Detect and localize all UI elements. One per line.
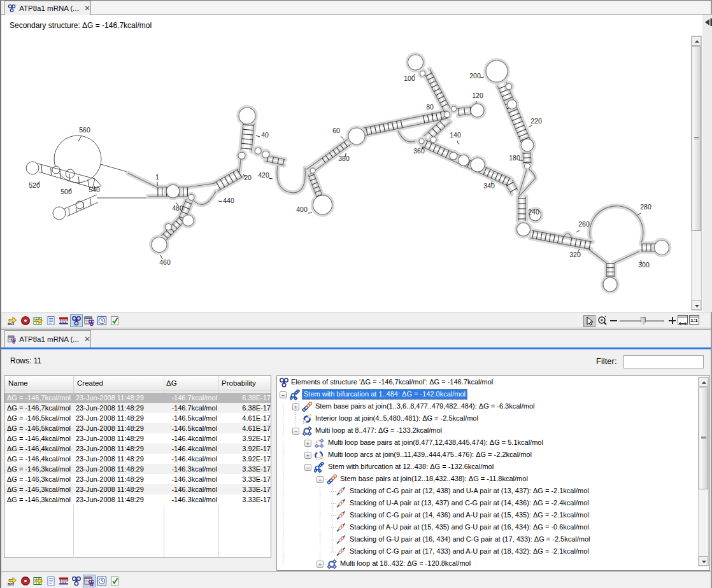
svg-text:260: 260	[578, 220, 590, 228]
svg-text:480: 480	[172, 204, 183, 212]
svg-text:220: 220	[530, 117, 542, 125]
svg-text:320: 320	[569, 251, 581, 258]
svg-text:180: 180	[509, 154, 520, 162]
svg-text:300: 300	[638, 261, 650, 269]
svg-text:460: 460	[159, 258, 171, 266]
svg-text:360: 360	[413, 147, 425, 155]
svg-text:240: 240	[528, 208, 539, 216]
svg-text:200: 200	[469, 72, 481, 80]
svg-text:280: 280	[640, 203, 651, 211]
svg-text:420: 420	[258, 171, 269, 179]
svg-text:340: 340	[483, 182, 495, 190]
svg-text:500: 500	[61, 188, 72, 195]
svg-text:440: 440	[223, 197, 234, 204]
svg-text:140: 140	[450, 131, 461, 139]
svg-text:1: 1	[155, 173, 159, 181]
svg-text:540: 540	[89, 186, 100, 193]
svg-text:100: 100	[404, 74, 415, 82]
svg-text:120: 120	[472, 92, 483, 99]
svg-text:80: 80	[426, 103, 434, 111]
svg-text:20: 20	[244, 174, 252, 181]
svg-text:380: 380	[338, 155, 350, 162]
svg-text:400: 400	[296, 206, 308, 213]
svg-text:60: 60	[332, 127, 340, 134]
svg-text:40: 40	[261, 131, 269, 139]
svg-text:560: 560	[79, 126, 90, 134]
svg-text:520: 520	[29, 181, 40, 189]
